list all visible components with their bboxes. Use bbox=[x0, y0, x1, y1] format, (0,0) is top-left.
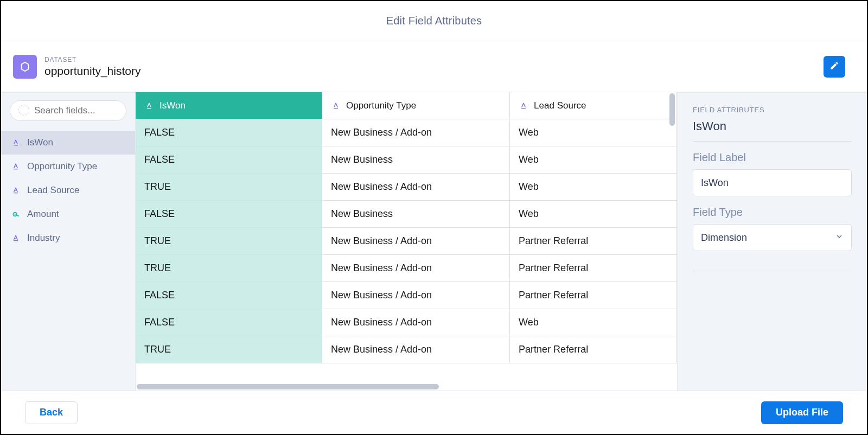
svg-rect-8 bbox=[334, 108, 338, 108]
dataset-bar: DATASET opportunity_history bbox=[1, 41, 867, 92]
data-table: IsWonOpportunity TypeLead Source FALSENe… bbox=[136, 92, 677, 363]
field-attributes-panel: FIELD ATTRIBUTES IsWon Field Label Field… bbox=[677, 92, 867, 391]
horizontal-scrollbar-thumb[interactable] bbox=[137, 384, 439, 389]
table-cell: FALSE bbox=[136, 119, 322, 146]
dimension-icon bbox=[11, 162, 21, 171]
table-cell: New Business / Add-on bbox=[322, 309, 510, 336]
table-cell: New Business / Add-on bbox=[322, 174, 510, 201]
table-cell: New Business bbox=[322, 146, 510, 174]
table-cell: FALSE bbox=[136, 201, 322, 228]
table-cell: Partner Referral bbox=[510, 336, 677, 363]
pencil-icon bbox=[829, 61, 839, 72]
vertical-scrollbar[interactable] bbox=[669, 93, 675, 126]
sidebar-field-iswon[interactable]: IsWon bbox=[1, 131, 135, 155]
column-header-label: Lead Source bbox=[534, 100, 586, 111]
table-cell: TRUE bbox=[136, 174, 322, 201]
sidebar-field-industry[interactable]: Industry bbox=[1, 226, 135, 250]
svg-point-5 bbox=[15, 214, 16, 215]
svg-rect-1 bbox=[14, 169, 18, 169]
dimension-icon bbox=[144, 101, 154, 110]
back-button[interactable]: Back bbox=[25, 401, 78, 424]
sidebar-field-amount[interactable]: Amount bbox=[1, 202, 135, 226]
table-row: FALSENew BusinessWeb bbox=[136, 146, 677, 174]
table-row: TRUENew Business / Add-onWeb bbox=[136, 174, 677, 201]
table-cell: FALSE bbox=[136, 282, 322, 309]
spinner-icon bbox=[18, 105, 29, 116]
chevron-down-icon bbox=[835, 232, 844, 244]
sidebar-field-label: Opportunity Type bbox=[27, 161, 97, 172]
dataset-icon bbox=[13, 55, 37, 79]
table-cell: New Business / Add-on bbox=[322, 336, 510, 363]
column-header-iswon[interactable]: IsWon bbox=[136, 92, 322, 119]
table-cell: FALSE bbox=[136, 146, 322, 174]
dimension-icon bbox=[11, 234, 21, 242]
footer: Back Upload File bbox=[1, 391, 867, 434]
table-row: FALSENew BusinessWeb bbox=[136, 201, 677, 228]
table-cell: New Business / Add-on bbox=[322, 228, 510, 255]
table-row: TRUENew Business / Add-onPartner Referra… bbox=[136, 255, 677, 282]
sidebar-field-label: Amount bbox=[27, 209, 59, 220]
dataset-eyebrow: DATASET bbox=[44, 56, 141, 63]
column-header-opportunity-type[interactable]: Opportunity Type bbox=[322, 92, 510, 119]
page-title: Edit Field Attributes bbox=[1, 1, 867, 41]
table-row: TRUENew Business / Add-onPartner Referra… bbox=[136, 336, 677, 363]
table-cell: TRUE bbox=[136, 255, 322, 282]
attributes-eyebrow: FIELD ATTRIBUTES bbox=[693, 106, 852, 114]
svg-rect-0 bbox=[14, 145, 18, 145]
table-cell: Web bbox=[510, 174, 677, 201]
data-table-area: IsWonOpportunity TypeLead Source FALSENe… bbox=[136, 92, 677, 391]
field-type-select[interactable]: Dimension bbox=[693, 224, 852, 251]
table-row: FALSENew Business / Add-onPartner Referr… bbox=[136, 282, 677, 309]
table-row: TRUENew Business / Add-onPartner Referra… bbox=[136, 228, 677, 255]
field-type-value: Dimension bbox=[701, 232, 747, 244]
svg-rect-2 bbox=[14, 193, 18, 193]
svg-line-4 bbox=[16, 215, 18, 216]
table-cell: Web bbox=[510, 146, 677, 174]
dataset-name: opportunity_history bbox=[44, 65, 141, 78]
dimension-icon bbox=[11, 138, 21, 147]
table-cell: TRUE bbox=[136, 228, 322, 255]
table-cell: New Business bbox=[322, 201, 510, 228]
column-header-label: Opportunity Type bbox=[346, 100, 416, 111]
table-cell: Partner Referral bbox=[510, 228, 677, 255]
svg-rect-6 bbox=[14, 240, 18, 241]
table-cell: Partner Referral bbox=[510, 282, 677, 309]
table-cell: TRUE bbox=[136, 336, 322, 363]
panel-divider bbox=[693, 271, 852, 271]
sidebar-field-opportunity-type[interactable]: Opportunity Type bbox=[1, 155, 135, 178]
dimension-icon bbox=[11, 186, 21, 195]
table-row: FALSENew Business / Add-onWeb bbox=[136, 119, 677, 146]
upload-file-button[interactable]: Upload File bbox=[761, 401, 843, 424]
dimension-icon bbox=[331, 101, 341, 110]
field-label-label: Field Label bbox=[693, 151, 852, 164]
table-cell: New Business / Add-on bbox=[322, 282, 510, 309]
measure-icon bbox=[11, 210, 21, 219]
svg-rect-9 bbox=[521, 108, 526, 108]
table-cell: Web bbox=[510, 309, 677, 336]
table-cell: Partner Referral bbox=[510, 255, 677, 282]
edit-dataset-button[interactable] bbox=[824, 56, 845, 78]
dimension-icon bbox=[519, 101, 528, 110]
sidebar-field-label: Lead Source bbox=[27, 185, 79, 196]
horizontal-scrollbar[interactable] bbox=[136, 383, 677, 391]
sidebar-field-label: IsWon bbox=[27, 137, 53, 148]
table-row: FALSENew Business / Add-onWeb bbox=[136, 309, 677, 336]
page-title-text: Edit Field Attributes bbox=[386, 15, 482, 27]
table-cell: Web bbox=[510, 201, 677, 228]
svg-rect-7 bbox=[147, 108, 151, 108]
column-header-lead-source[interactable]: Lead Source bbox=[510, 92, 677, 119]
attributes-field-name: IsWon bbox=[693, 119, 852, 142]
field-sidebar: IsWonOpportunity TypeLead SourceAmountIn… bbox=[1, 92, 136, 391]
field-label-input[interactable] bbox=[693, 169, 852, 196]
table-cell: New Business / Add-on bbox=[322, 255, 510, 282]
table-cell: Web bbox=[510, 119, 677, 146]
column-header-label: IsWon bbox=[159, 100, 186, 111]
field-type-label: Field Type bbox=[693, 206, 852, 219]
table-cell: FALSE bbox=[136, 309, 322, 336]
sidebar-field-lead-source[interactable]: Lead Source bbox=[1, 178, 135, 202]
table-cell: New Business / Add-on bbox=[322, 119, 510, 146]
sidebar-field-label: Industry bbox=[27, 233, 60, 244]
